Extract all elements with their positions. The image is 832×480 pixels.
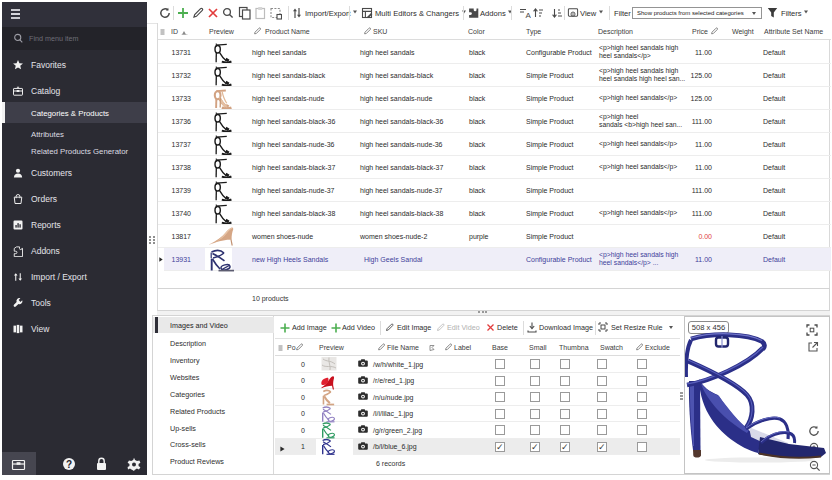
svg-text:A: A <box>526 11 532 20</box>
svg-text:?: ? <box>66 459 72 470</box>
